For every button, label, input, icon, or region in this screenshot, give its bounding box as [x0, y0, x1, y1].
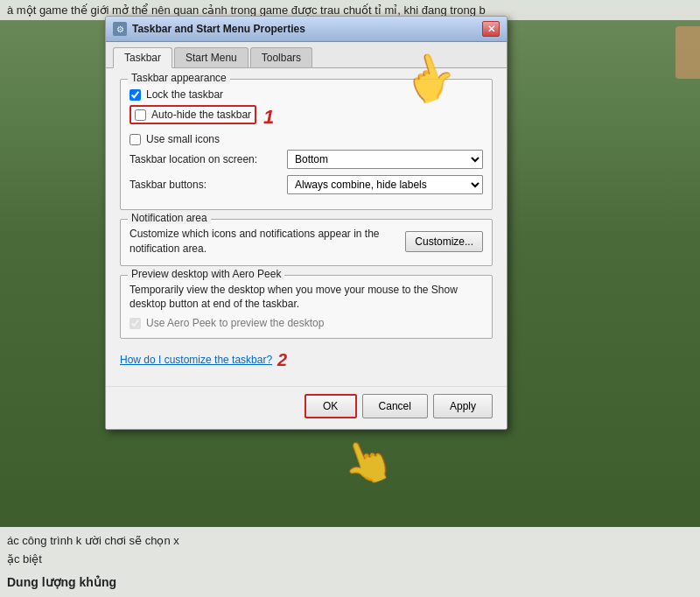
taskbar-appearance-group: Taskbar appearance Lock the taskbar Auto… — [120, 79, 493, 210]
taskbar-appearance-content: Lock the taskbar Auto-hide the taskbar 1… — [130, 88, 483, 194]
taskbar-location-label: Taskbar location on screen: — [130, 153, 287, 165]
aero-peek-text: Temporarily view the desktop when you mo… — [130, 283, 483, 313]
tab-taskbar[interactable]: Taskbar — [113, 47, 172, 68]
notification-area-label: Notification area — [128, 212, 211, 224]
taskbar-properties-dialog: ⚙ Taskbar and Start Menu Properties ✕ Ta… — [105, 16, 508, 430]
lock-taskbar-checkbox[interactable] — [130, 89, 141, 101]
notification-area-group: Notification area Customize which icons … — [120, 219, 493, 266]
aero-peek-checkbox-label: Use Aero Peek to preview the desktop — [146, 317, 324, 329]
aero-peek-label: Preview desktop with Aero Peek — [128, 268, 284, 280]
taskbar-location-row: Taskbar location on screen: Bottom Top L… — [130, 150, 483, 169]
taskbar-buttons-row: Taskbar buttons: Always combine, hide la… — [130, 175, 483, 194]
tab-start-menu[interactable]: Start Menu — [174, 47, 248, 67]
autohide-highlight-box: Auto-hide the taskbar — [130, 105, 256, 124]
dialog-footer: OK Cancel Apply — [106, 386, 507, 429]
small-icons-row: Use small icons — [130, 133, 483, 145]
aero-peek-checkbox[interactable] — [130, 318, 141, 329]
dialog-title: Taskbar and Start Menu Properties — [132, 23, 305, 35]
tab-toolbars[interactable]: Toolbars — [250, 47, 312, 67]
aero-peek-checkbox-row: Use Aero Peek to preview the desktop — [130, 317, 483, 329]
help-link-row: How do I customize the taskbar? 2 — [120, 348, 493, 376]
title-bar-left: ⚙ Taskbar and Start Menu Properties — [113, 22, 305, 36]
customize-button[interactable]: Customize... — [405, 231, 483, 252]
title-bar: ⚙ Taskbar and Start Menu Properties ✕ — [106, 17, 507, 42]
cancel-button[interactable]: Cancel — [362, 394, 428, 418]
taskbar-buttons-select[interactable]: Always combine, hide labels Combine when… — [287, 175, 483, 194]
autohide-label: Auto-hide the taskbar — [151, 109, 251, 121]
aero-peek-group: Preview desktop with Aero Peek Temporari… — [120, 275, 493, 340]
lock-taskbar-row: Lock the taskbar — [130, 88, 483, 101]
notification-area-text: Customize which icons and notifications … — [130, 227, 398, 256]
apply-button[interactable]: Apply — [433, 394, 493, 418]
small-icons-label: Use small icons — [146, 133, 220, 145]
taskbar-location-select[interactable]: Bottom Top Left Right — [287, 150, 483, 169]
annotation-1: 1 — [263, 106, 274, 129]
bg-avatar — [676, 26, 700, 79]
dialog-icon: ⚙ — [113, 22, 127, 36]
notification-area-content: Customize which icons and notifications … — [130, 227, 483, 256]
tab-bar: Taskbar Start Menu Toolbars — [106, 42, 507, 68]
autohide-checkbox[interactable] — [135, 109, 146, 121]
bg-bottom-text: ác công trình k ười chơi sẽ chọn x ặc bi… — [0, 527, 700, 597]
taskbar-buttons-label: Taskbar buttons: — [130, 179, 287, 191]
lock-taskbar-label: Lock the taskbar — [146, 88, 223, 101]
taskbar-appearance-label: Taskbar appearance — [128, 72, 230, 84]
ok-button[interactable]: OK — [304, 394, 357, 418]
dialog-content: Taskbar appearance Lock the taskbar Auto… — [106, 68, 507, 386]
help-link[interactable]: How do I customize the taskbar? — [120, 354, 272, 366]
annotation-2: 2 — [277, 351, 287, 369]
small-icons-checkbox[interactable] — [130, 134, 141, 145]
close-button[interactable]: ✕ — [482, 21, 500, 37]
